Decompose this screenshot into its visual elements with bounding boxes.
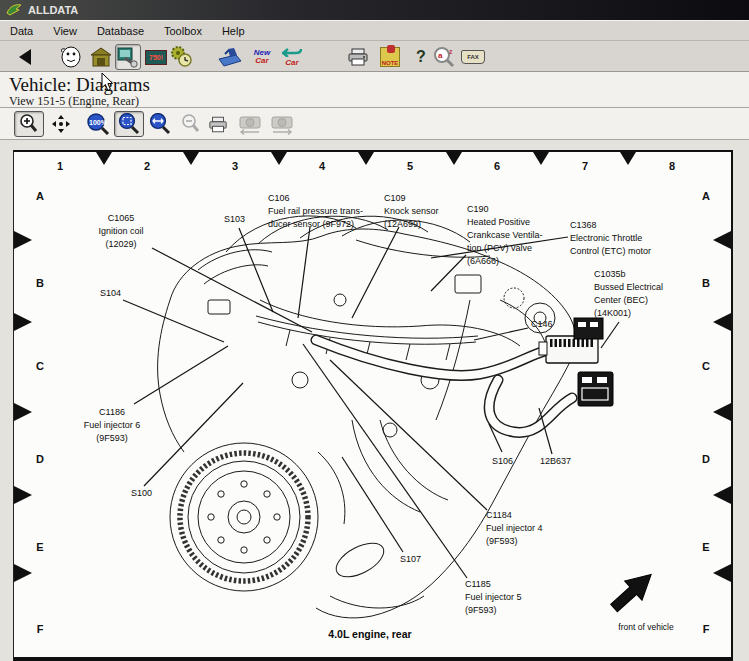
grid-col-1: 1 [53, 160, 67, 172]
titlebar[interactable]: ALLDATA [0, 0, 749, 20]
hand-keypad-icon [216, 47, 242, 67]
zoom-out-icon [181, 114, 201, 134]
new-car-icon: New Car [254, 49, 270, 65]
zoom-width-button[interactable] [146, 111, 174, 137]
zoom-fit-icon [118, 113, 140, 135]
page-title: Vehicle: Diagrams [9, 74, 150, 96]
grid-col-5: 5 [403, 160, 417, 172]
fax-button[interactable]: FAX [460, 44, 486, 70]
zoom-width-icon [149, 113, 171, 135]
callout-c1185: C1185 Fuel injector 5 (9F593) [465, 578, 522, 617]
grid-col-7: 7 [578, 160, 592, 172]
vehicle-diagnostics-button[interactable] [115, 44, 141, 70]
help-button[interactable]: ? [408, 44, 434, 70]
grid-col-2: 2 [140, 160, 154, 172]
grid-row-f-right: F [699, 623, 713, 635]
callout-s100: S100 [131, 487, 152, 500]
printer-icon [347, 48, 369, 66]
page-subtitle: View 151-5 (Engine, Rear) [9, 94, 139, 109]
grid-row-b-right: B [699, 277, 713, 289]
menubar: Data View Database Toolbox Help [0, 20, 749, 41]
zoom-in-icon [19, 114, 39, 134]
grid-row-d-right: D [699, 453, 713, 465]
grid-row-f-left: F [33, 623, 47, 635]
callout-c1065: C1065 Ignition coil (12029) [88, 212, 154, 251]
parts-labor-button[interactable] [216, 44, 242, 70]
pan-arrows-icon [51, 114, 71, 134]
callout-c190: C190 Heated Positive Crankcase Ventila- … [467, 203, 543, 268]
gears-clock-icon [169, 45, 193, 69]
search-az-icon: a z [433, 46, 457, 68]
camera-forward-icon [270, 113, 294, 135]
zoom-100-button[interactable]: 100% [84, 111, 112, 137]
shop-button[interactable] [88, 44, 114, 70]
main-toolbar: 750! New Car Car [0, 42, 749, 72]
callout-s106: S106 [492, 455, 513, 468]
callout-c146: C146 [531, 318, 553, 331]
notes-button[interactable]: NOTE [377, 44, 403, 70]
grid-row-c-left: C [33, 360, 47, 372]
grid-row-b-left: B [33, 277, 47, 289]
zoom-fit-button[interactable] [114, 111, 144, 137]
grid-col-4: 4 [315, 160, 329, 172]
svg-text:z: z [449, 48, 453, 55]
grid-col-6: 6 [490, 160, 504, 172]
alldata-app: { "window": { "title": "ALLDATA" }, "men… [0, 0, 749, 661]
grid-row-e-left: E [33, 541, 47, 553]
assistant-face-icon [60, 46, 82, 68]
window-title: ALLDATA [28, 4, 78, 16]
callout-c106: C106 Fuel rail pressure trans- ducer sen… [268, 192, 363, 231]
garage-icon [89, 47, 113, 67]
alldata-logo-icon [6, 3, 22, 17]
front-of-vehicle-label: front of vehicle [602, 622, 690, 632]
svg-text:100%: 100% [89, 119, 108, 126]
monitor-button[interactable]: 750! [143, 44, 169, 70]
question-mark-icon: ? [416, 48, 426, 66]
callout-s103: S103 [224, 213, 245, 226]
callout-c1186: C1186 Fuel injector 6 (9F593) [78, 406, 146, 445]
previous-car-button[interactable]: Car [279, 44, 305, 70]
note-icon: NOTE [380, 47, 400, 67]
mouse-cursor [101, 73, 115, 92]
zoom-toolbar: 100% [0, 108, 749, 140]
pan-button[interactable] [48, 111, 74, 137]
zoom-out-button[interactable] [178, 111, 204, 137]
fax-machine-icon: FAX [461, 50, 485, 64]
maintenance-button[interactable] [168, 44, 194, 70]
next-view-button[interactable] [268, 111, 296, 137]
camera-back-icon [238, 113, 262, 135]
menu-database[interactable]: Database [87, 23, 154, 39]
diagnostics-tool-icon [117, 46, 139, 68]
grid-row-a-left: A [33, 190, 47, 202]
grid-row-d-left: D [33, 453, 47, 465]
search-button[interactable]: a z [432, 44, 458, 70]
back-button[interactable] [12, 44, 38, 70]
previous-car-icon: Car [282, 48, 302, 67]
assistant-button[interactable] [58, 44, 84, 70]
diagram-caption: 4.0L engine, rear [295, 628, 445, 640]
monitor-icon: 750! [145, 50, 167, 65]
menu-toolbox[interactable]: Toolbox [154, 23, 212, 39]
back-icon [19, 49, 31, 65]
callout-12b637: 12B637 [540, 455, 571, 468]
zoom-in-button[interactable] [14, 111, 44, 137]
menu-data[interactable]: Data [0, 23, 43, 39]
svg-text:a: a [438, 51, 443, 60]
callout-c1035b: C1035b Bussed Electrical Center (BEC) (1… [594, 268, 663, 320]
zoom-100-icon: 100% [86, 113, 110, 135]
grid-row-c-right: C [699, 360, 713, 372]
print-button[interactable] [345, 44, 371, 70]
menu-view[interactable]: View [43, 23, 87, 39]
note-pin-icon [387, 45, 395, 53]
callout-s107: S107 [400, 553, 421, 566]
previous-view-button[interactable] [236, 111, 264, 137]
grid-col-8: 8 [665, 160, 679, 172]
grid-col-3: 3 [228, 160, 242, 172]
diagram-print-button[interactable] [206, 111, 230, 137]
new-car-button[interactable]: New Car [249, 44, 275, 70]
menu-help[interactable]: Help [212, 23, 255, 39]
callout-c1368: C1368 Electronic Throttle Control (ETC) … [570, 219, 651, 258]
grid-row-a-right: A [699, 190, 713, 202]
callout-c1184: C1184 Fuel injector 4 (9F593) [486, 509, 543, 548]
printer-icon [208, 116, 228, 133]
